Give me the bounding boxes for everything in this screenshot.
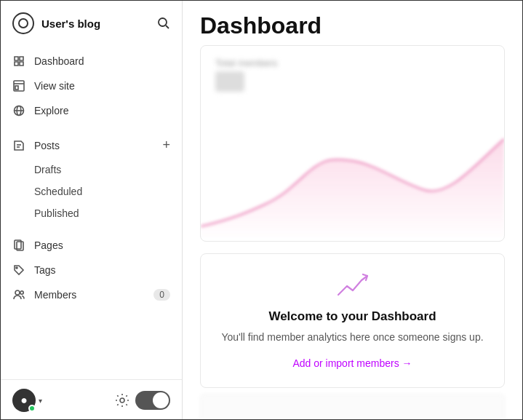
sidebar-item-pages[interactable]: Pages xyxy=(1,233,182,258)
posts-section-header[interactable]: Posts + xyxy=(1,132,182,159)
theme-toggle[interactable] xyxy=(135,391,170,410)
sidebar-item-dashboard[interactable]: Dashboard xyxy=(1,49,182,74)
avatar-person-icon: ● xyxy=(20,394,28,407)
welcome-card: Welcome to your Dashboard You'll find me… xyxy=(200,253,505,388)
avatar: ● xyxy=(12,389,36,412)
stats-label: Total members xyxy=(215,58,490,68)
sidebar-nav: Dashboard View site Explore xyxy=(1,43,182,379)
nav-divider-2 xyxy=(1,224,182,233)
stats-number xyxy=(215,71,244,92)
sidebar-header: User's blog xyxy=(1,1,182,43)
add-import-members-link[interactable]: Add or import members → xyxy=(292,357,412,369)
stats-card: Total members xyxy=(200,45,505,242)
online-status-dot xyxy=(28,405,36,412)
sidebar-item-explore[interactable]: Explore xyxy=(1,98,182,123)
svg-point-13 xyxy=(15,290,20,295)
sidebar-brand[interactable]: User's blog xyxy=(12,12,100,34)
sidebar-item-tags-label: Tags xyxy=(34,264,56,276)
posts-section-left: Posts xyxy=(12,139,60,152)
svg-point-0 xyxy=(159,18,167,26)
sidebar: User's blog Dashboard xyxy=(1,1,183,420)
sidebar-footer: ● ▾ xyxy=(1,379,182,420)
sidebar-item-explore-label: Explore xyxy=(34,105,68,116)
explore-icon xyxy=(12,104,25,117)
sidebar-item-tags[interactable]: Tags xyxy=(1,258,182,282)
welcome-icon xyxy=(215,272,490,301)
sidebar-item-view-site[interactable]: View site xyxy=(1,74,182,98)
dashboard-icon xyxy=(12,55,25,68)
search-icon[interactable] xyxy=(157,17,170,30)
sidebar-item-dashboard-label: Dashboard xyxy=(34,55,84,67)
sidebar-item-drafts[interactable]: Drafts xyxy=(1,159,182,181)
toggle-knob xyxy=(153,392,169,408)
sidebar-item-published-label: Published xyxy=(34,207,79,219)
main-content: Dashboard Total members xyxy=(183,1,522,419)
brand-logo-inner xyxy=(18,18,28,28)
svg-point-14 xyxy=(20,291,23,294)
sidebar-item-view-site-label: View site xyxy=(34,80,75,92)
chart-area xyxy=(201,110,504,241)
sidebar-item-drafts-label: Drafts xyxy=(34,164,61,175)
user-menu-chevron-icon: ▾ xyxy=(39,397,42,405)
sidebar-item-scheduled-label: Scheduled xyxy=(34,186,82,197)
sidebar-item-scheduled[interactable]: Scheduled xyxy=(1,181,182,202)
pages-icon xyxy=(12,239,25,252)
members-icon xyxy=(12,288,25,301)
brand-name: User's blog xyxy=(41,17,100,30)
svg-rect-4 xyxy=(15,86,18,90)
add-post-button[interactable]: + xyxy=(162,138,170,153)
view-site-icon xyxy=(12,79,25,92)
welcome-subtitle: You'll find member analytics here once s… xyxy=(215,330,490,345)
sidebar-item-published[interactable]: Published xyxy=(1,202,182,224)
tags-icon xyxy=(12,264,25,277)
settings-button[interactable] xyxy=(115,393,129,408)
nav-divider xyxy=(1,123,182,132)
dashboard-body: Total members xyxy=(183,45,522,419)
members-badge: 0 xyxy=(153,289,170,301)
sidebar-item-members-label: Members xyxy=(34,289,76,301)
brand-logo xyxy=(12,12,34,34)
svg-point-12 xyxy=(16,267,17,269)
svg-line-1 xyxy=(166,25,169,28)
page-title: Dashboard xyxy=(200,12,505,39)
posts-section-label: Posts xyxy=(34,140,60,151)
main-header: Dashboard xyxy=(183,1,522,45)
welcome-title: Welcome to your Dashboard xyxy=(215,309,490,324)
user-avatar-area[interactable]: ● ▾ xyxy=(12,389,42,412)
sidebar-item-pages-label: Pages xyxy=(34,239,63,251)
svg-point-15 xyxy=(120,398,124,403)
blurred-stats-row xyxy=(200,394,505,419)
sidebar-item-members[interactable]: Members 0 xyxy=(1,282,182,307)
posts-icon xyxy=(12,139,25,152)
